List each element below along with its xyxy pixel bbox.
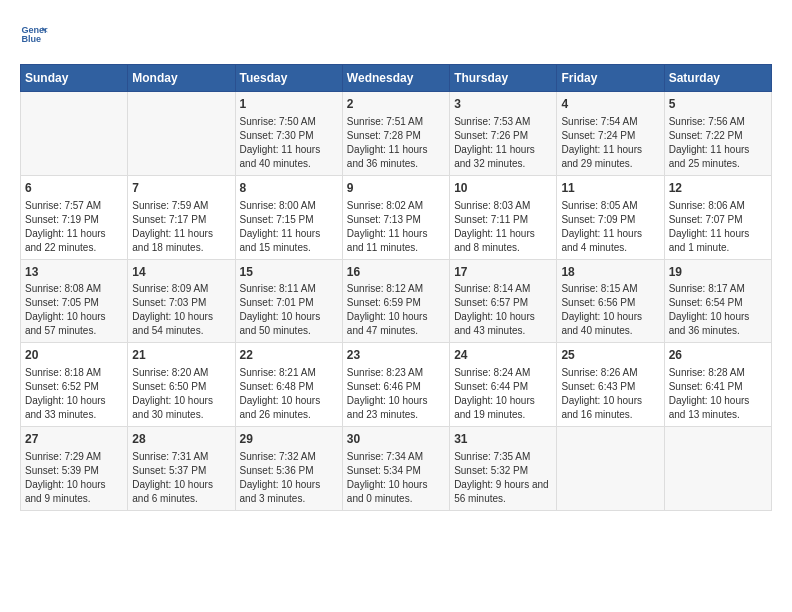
weekday-header: Saturday: [664, 65, 771, 92]
day-number: 22: [240, 347, 338, 364]
weekday-header: Wednesday: [342, 65, 449, 92]
day-info: Sunrise: 8:03 AM Sunset: 7:11 PM Dayligh…: [454, 199, 552, 255]
day-info: Sunrise: 8:28 AM Sunset: 6:41 PM Dayligh…: [669, 366, 767, 422]
logo: General Blue: [20, 20, 52, 48]
calendar-cell: 3Sunrise: 7:53 AM Sunset: 7:26 PM Daylig…: [450, 92, 557, 176]
day-number: 28: [132, 431, 230, 448]
day-number: 10: [454, 180, 552, 197]
weekday-header: Friday: [557, 65, 664, 92]
calendar-cell: 22Sunrise: 8:21 AM Sunset: 6:48 PM Dayli…: [235, 343, 342, 427]
day-info: Sunrise: 8:05 AM Sunset: 7:09 PM Dayligh…: [561, 199, 659, 255]
day-info: Sunrise: 8:02 AM Sunset: 7:13 PM Dayligh…: [347, 199, 445, 255]
day-info: Sunrise: 7:59 AM Sunset: 7:17 PM Dayligh…: [132, 199, 230, 255]
calendar-cell: 1Sunrise: 7:50 AM Sunset: 7:30 PM Daylig…: [235, 92, 342, 176]
day-number: 21: [132, 347, 230, 364]
day-info: Sunrise: 8:24 AM Sunset: 6:44 PM Dayligh…: [454, 366, 552, 422]
day-number: 1: [240, 96, 338, 113]
day-info: Sunrise: 8:12 AM Sunset: 6:59 PM Dayligh…: [347, 282, 445, 338]
day-info: Sunrise: 8:26 AM Sunset: 6:43 PM Dayligh…: [561, 366, 659, 422]
day-info: Sunrise: 7:51 AM Sunset: 7:28 PM Dayligh…: [347, 115, 445, 171]
calendar-header: SundayMondayTuesdayWednesdayThursdayFrid…: [21, 65, 772, 92]
day-number: 4: [561, 96, 659, 113]
day-number: 6: [25, 180, 123, 197]
day-info: Sunrise: 8:17 AM Sunset: 6:54 PM Dayligh…: [669, 282, 767, 338]
day-number: 13: [25, 264, 123, 281]
calendar-cell: [21, 92, 128, 176]
day-number: 31: [454, 431, 552, 448]
day-info: Sunrise: 7:56 AM Sunset: 7:22 PM Dayligh…: [669, 115, 767, 171]
day-info: Sunrise: 8:14 AM Sunset: 6:57 PM Dayligh…: [454, 282, 552, 338]
day-number: 18: [561, 264, 659, 281]
weekday-header: Tuesday: [235, 65, 342, 92]
day-number: 11: [561, 180, 659, 197]
calendar-cell: 5Sunrise: 7:56 AM Sunset: 7:22 PM Daylig…: [664, 92, 771, 176]
logo-icon: General Blue: [20, 20, 48, 48]
calendar-cell: 10Sunrise: 8:03 AM Sunset: 7:11 PM Dayli…: [450, 175, 557, 259]
calendar-cell: 26Sunrise: 8:28 AM Sunset: 6:41 PM Dayli…: [664, 343, 771, 427]
day-info: Sunrise: 7:31 AM Sunset: 5:37 PM Dayligh…: [132, 450, 230, 506]
day-number: 9: [347, 180, 445, 197]
day-info: Sunrise: 8:00 AM Sunset: 7:15 PM Dayligh…: [240, 199, 338, 255]
day-number: 16: [347, 264, 445, 281]
day-number: 3: [454, 96, 552, 113]
day-info: Sunrise: 8:09 AM Sunset: 7:03 PM Dayligh…: [132, 282, 230, 338]
calendar-cell: 25Sunrise: 8:26 AM Sunset: 6:43 PM Dayli…: [557, 343, 664, 427]
calendar-cell: 20Sunrise: 8:18 AM Sunset: 6:52 PM Dayli…: [21, 343, 128, 427]
day-info: Sunrise: 7:57 AM Sunset: 7:19 PM Dayligh…: [25, 199, 123, 255]
day-info: Sunrise: 8:20 AM Sunset: 6:50 PM Dayligh…: [132, 366, 230, 422]
calendar-cell: 31Sunrise: 7:35 AM Sunset: 5:32 PM Dayli…: [450, 427, 557, 511]
weekday-header: Thursday: [450, 65, 557, 92]
day-info: Sunrise: 7:50 AM Sunset: 7:30 PM Dayligh…: [240, 115, 338, 171]
day-number: 19: [669, 264, 767, 281]
calendar-cell: [128, 92, 235, 176]
day-info: Sunrise: 8:08 AM Sunset: 7:05 PM Dayligh…: [25, 282, 123, 338]
day-info: Sunrise: 8:11 AM Sunset: 7:01 PM Dayligh…: [240, 282, 338, 338]
calendar-cell: 7Sunrise: 7:59 AM Sunset: 7:17 PM Daylig…: [128, 175, 235, 259]
day-info: Sunrise: 7:54 AM Sunset: 7:24 PM Dayligh…: [561, 115, 659, 171]
day-info: Sunrise: 7:32 AM Sunset: 5:36 PM Dayligh…: [240, 450, 338, 506]
calendar-cell: 15Sunrise: 8:11 AM Sunset: 7:01 PM Dayli…: [235, 259, 342, 343]
calendar-cell: [557, 427, 664, 511]
day-info: Sunrise: 8:06 AM Sunset: 7:07 PM Dayligh…: [669, 199, 767, 255]
day-number: 7: [132, 180, 230, 197]
page-header: General Blue: [20, 20, 772, 48]
day-number: 15: [240, 264, 338, 281]
day-number: 23: [347, 347, 445, 364]
calendar-cell: 28Sunrise: 7:31 AM Sunset: 5:37 PM Dayli…: [128, 427, 235, 511]
day-number: 2: [347, 96, 445, 113]
calendar-cell: 8Sunrise: 8:00 AM Sunset: 7:15 PM Daylig…: [235, 175, 342, 259]
day-number: 26: [669, 347, 767, 364]
day-number: 20: [25, 347, 123, 364]
day-number: 25: [561, 347, 659, 364]
calendar-cell: 12Sunrise: 8:06 AM Sunset: 7:07 PM Dayli…: [664, 175, 771, 259]
day-info: Sunrise: 7:53 AM Sunset: 7:26 PM Dayligh…: [454, 115, 552, 171]
calendar-cell: 29Sunrise: 7:32 AM Sunset: 5:36 PM Dayli…: [235, 427, 342, 511]
calendar-cell: 16Sunrise: 8:12 AM Sunset: 6:59 PM Dayli…: [342, 259, 449, 343]
day-number: 24: [454, 347, 552, 364]
day-number: 14: [132, 264, 230, 281]
calendar-cell: 30Sunrise: 7:34 AM Sunset: 5:34 PM Dayli…: [342, 427, 449, 511]
day-info: Sunrise: 7:35 AM Sunset: 5:32 PM Dayligh…: [454, 450, 552, 506]
day-info: Sunrise: 8:15 AM Sunset: 6:56 PM Dayligh…: [561, 282, 659, 338]
calendar-cell: 11Sunrise: 8:05 AM Sunset: 7:09 PM Dayli…: [557, 175, 664, 259]
day-number: 17: [454, 264, 552, 281]
calendar-cell: 2Sunrise: 7:51 AM Sunset: 7:28 PM Daylig…: [342, 92, 449, 176]
day-number: 30: [347, 431, 445, 448]
calendar-cell: 13Sunrise: 8:08 AM Sunset: 7:05 PM Dayli…: [21, 259, 128, 343]
day-number: 27: [25, 431, 123, 448]
weekday-header: Monday: [128, 65, 235, 92]
svg-text:Blue: Blue: [21, 34, 41, 44]
calendar-cell: 23Sunrise: 8:23 AM Sunset: 6:46 PM Dayli…: [342, 343, 449, 427]
calendar-cell: 27Sunrise: 7:29 AM Sunset: 5:39 PM Dayli…: [21, 427, 128, 511]
day-info: Sunrise: 7:29 AM Sunset: 5:39 PM Dayligh…: [25, 450, 123, 506]
day-number: 12: [669, 180, 767, 197]
calendar-cell: 6Sunrise: 7:57 AM Sunset: 7:19 PM Daylig…: [21, 175, 128, 259]
calendar-cell: 4Sunrise: 7:54 AM Sunset: 7:24 PM Daylig…: [557, 92, 664, 176]
calendar-cell: [664, 427, 771, 511]
calendar-cell: 21Sunrise: 8:20 AM Sunset: 6:50 PM Dayli…: [128, 343, 235, 427]
calendar-table: SundayMondayTuesdayWednesdayThursdayFrid…: [20, 64, 772, 511]
day-info: Sunrise: 8:23 AM Sunset: 6:46 PM Dayligh…: [347, 366, 445, 422]
day-info: Sunrise: 8:18 AM Sunset: 6:52 PM Dayligh…: [25, 366, 123, 422]
calendar-cell: 24Sunrise: 8:24 AM Sunset: 6:44 PM Dayli…: [450, 343, 557, 427]
calendar-cell: 19Sunrise: 8:17 AM Sunset: 6:54 PM Dayli…: [664, 259, 771, 343]
